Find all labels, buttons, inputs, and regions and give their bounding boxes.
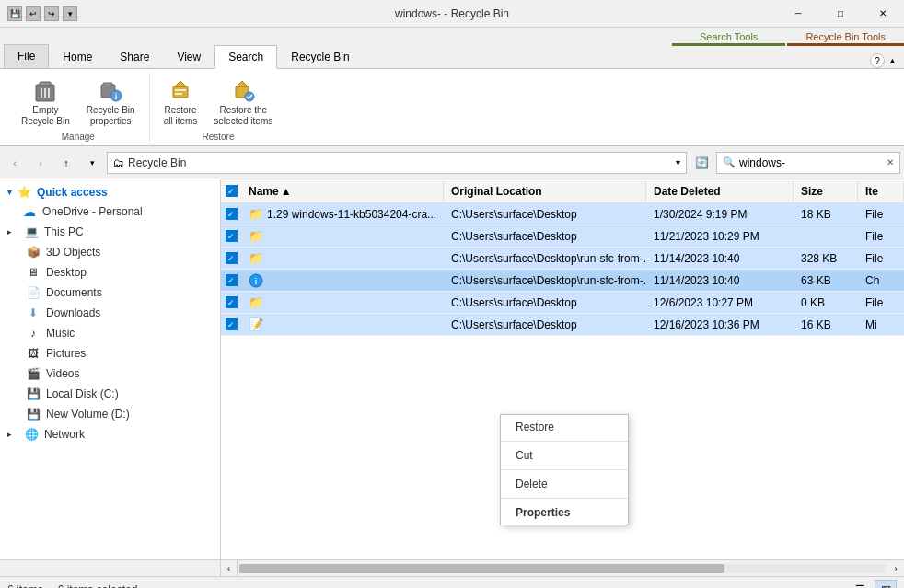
sidebar-item-pictures[interactable]: 🖼 Pictures bbox=[0, 343, 220, 363]
file-icon: 📁 bbox=[249, 295, 263, 310]
context-separator-2 bbox=[501, 469, 628, 470]
sidebar-item-network[interactable]: ▸ 🌐 Network bbox=[0, 424, 220, 444]
search-box[interactable]: 🔍 ✕ bbox=[716, 152, 900, 174]
svg-rect-6 bbox=[103, 83, 112, 86]
sidebar-label-this-pc: This PC bbox=[44, 225, 84, 238]
address-bar: ‹ › ↑ ▾ 🗂 Recycle Bin ▾ 🔄 🔍 ✕ bbox=[0, 146, 904, 179]
file-location-cell: C:\Users\surface\Desktop\run-sfc-from-..… bbox=[444, 272, 646, 289]
sidebar-label-local-disk: Local Disk (C:) bbox=[46, 387, 119, 400]
table-row[interactable]: ✓ 📝 C:\Users\surface\Desktop 12/16/2023 … bbox=[221, 314, 904, 336]
scroll-right-button[interactable]: › bbox=[887, 560, 904, 576]
file-name-cell: 📁 1.29 windows-11-kb5034204-cra... bbox=[241, 205, 444, 224]
ribbon-collapse[interactable]: ▲ bbox=[888, 56, 897, 65]
tab-share[interactable]: Share bbox=[106, 44, 163, 68]
file-location-cell: C:\Users\surface\Desktop\run-sfc-from-..… bbox=[444, 250, 646, 267]
tab-file[interactable]: File bbox=[4, 44, 49, 68]
file-size-cell: 16 KB bbox=[794, 317, 858, 333]
svg-marker-10 bbox=[175, 81, 186, 86]
row-checkbox[interactable]: ✓ bbox=[226, 274, 238, 286]
file-name-cell: 📁 bbox=[241, 249, 444, 268]
expand-icon-pc: ▸ bbox=[7, 227, 18, 236]
refresh-button[interactable]: 🔄 bbox=[690, 152, 713, 174]
desktop-icon: 🖥 bbox=[26, 265, 41, 280]
sidebar-item-videos[interactable]: 🎬 Videos bbox=[0, 363, 220, 384]
col-header-location[interactable]: Original Location bbox=[444, 181, 646, 202]
save-icon[interactable]: 💾 bbox=[7, 6, 22, 21]
table-row[interactable]: ✓ 📁 C:\Users\surface\Desktop 12/6/2023 1… bbox=[221, 292, 904, 314]
scroll-left-button[interactable]: ‹ bbox=[221, 560, 238, 576]
row-checkbox-cell: ✓ bbox=[221, 296, 241, 308]
back-button[interactable]: ‹ bbox=[4, 152, 26, 174]
detail-view-button[interactable]: ▦ bbox=[875, 580, 897, 589]
context-restore[interactable]: Restore bbox=[501, 415, 628, 439]
context-properties[interactable]: Properties bbox=[501, 501, 628, 525]
table-row[interactable]: ✓ 📁 1.29 windows-11-kb5034204-cra... C:\… bbox=[221, 203, 904, 225]
sidebar-item-new-volume[interactable]: 💾 New Volume (D:) bbox=[0, 404, 220, 424]
row-checkbox-cell: ✓ bbox=[221, 318, 241, 330]
sidebar-item-documents[interactable]: 📄 Documents bbox=[0, 282, 220, 303]
file-date-cell: 12/16/2023 10:36 PM bbox=[646, 317, 794, 333]
tab-view[interactable]: View bbox=[163, 44, 214, 68]
restore-all-button[interactable]: Restoreall items bbox=[157, 73, 204, 130]
row-checkbox[interactable]: ✓ bbox=[226, 208, 238, 220]
context-delete[interactable]: Delete bbox=[501, 472, 628, 496]
file-name-cell: 📁 bbox=[241, 227, 444, 246]
sidebar-item-local-disk[interactable]: 💾 Local Disk (C:) bbox=[0, 384, 220, 404]
up-button[interactable]: ↑ bbox=[55, 152, 77, 174]
maximize-button[interactable]: □ bbox=[819, 0, 862, 28]
table-row[interactable]: ✓ 📁 C:\Users\surface\Desktop 11/21/2023 … bbox=[221, 225, 904, 248]
restore-selected-button[interactable]: Restore theselected items bbox=[207, 73, 279, 130]
col-header-type[interactable]: Ite bbox=[858, 181, 904, 202]
scroll-thumb[interactable] bbox=[239, 564, 724, 573]
tab-home[interactable]: Home bbox=[49, 44, 106, 68]
sidebar-item-downloads[interactable]: ⬇ Downloads bbox=[0, 303, 220, 323]
tab-search[interactable]: Search bbox=[214, 45, 277, 69]
recycle-bin-properties-button[interactable]: i Recycle Binproperties bbox=[80, 73, 142, 130]
sidebar-item-onedrive[interactable]: ☁ OneDrive - Personal bbox=[0, 202, 220, 222]
minimize-button[interactable]: ─ bbox=[777, 0, 819, 28]
search-input[interactable] bbox=[739, 156, 883, 169]
table-row[interactable]: ✓ i C:\Users\surface\Desktop\run-sfc-fro… bbox=[221, 270, 904, 292]
col-header-name[interactable]: Name ▲ bbox=[241, 181, 444, 202]
sidebar-label-network: Network bbox=[44, 428, 85, 441]
address-box[interactable]: 🗂 Recycle Bin ▾ bbox=[107, 152, 687, 174]
col-header-size[interactable]: Size bbox=[794, 181, 858, 202]
row-checkbox[interactable]: ✓ bbox=[226, 318, 238, 330]
sidebar-label-new-volume: New Volume (D:) bbox=[46, 408, 130, 421]
sidebar-item-this-pc[interactable]: ▸ 💻 This PC bbox=[0, 222, 220, 242]
file-size-cell: 328 KB bbox=[794, 250, 858, 267]
file-icon: 📁 bbox=[249, 229, 263, 244]
header-checkbox-cell: ✓ bbox=[221, 185, 241, 197]
clear-search-icon[interactable]: ✕ bbox=[887, 157, 894, 167]
row-checkbox[interactable]: ✓ bbox=[226, 296, 238, 308]
recycle-bin-tools-tab-group[interactable]: Recycle Bin Tools bbox=[787, 31, 904, 46]
redo-icon[interactable]: ↪ bbox=[44, 6, 59, 21]
sidebar-label-onedrive: OneDrive - Personal bbox=[42, 205, 143, 218]
list-view-button[interactable]: ☰ bbox=[849, 580, 871, 589]
close-button[interactable]: ✕ bbox=[862, 0, 904, 28]
address-dropdown-icon[interactable]: ▾ bbox=[676, 157, 680, 167]
row-checkbox[interactable]: ✓ bbox=[226, 252, 238, 264]
header-checkbox[interactable]: ✓ bbox=[226, 185, 238, 197]
context-cut[interactable]: Cut bbox=[501, 444, 628, 467]
file-location-cell: C:\Users\surface\Desktop bbox=[444, 294, 646, 311]
forward-button[interactable]: › bbox=[29, 152, 52, 174]
dropdown-icon[interactable]: ▾ bbox=[63, 6, 77, 21]
search-tools-tab-group[interactable]: Search Tools bbox=[672, 31, 785, 46]
sidebar-item-desktop[interactable]: 🖥 Desktop bbox=[0, 262, 220, 282]
this-pc-icon: 💻 bbox=[24, 225, 39, 239]
manage-buttons: EmptyRecycle Bin i Recycle Binproperties bbox=[15, 73, 142, 130]
col-header-date[interactable]: Date Deleted bbox=[646, 181, 794, 202]
scroll-track[interactable] bbox=[239, 564, 886, 573]
sidebar-item-3d-objects[interactable]: 📦 3D Objects bbox=[0, 242, 220, 262]
empty-recycle-bin-button[interactable]: EmptyRecycle Bin bbox=[15, 73, 76, 130]
table-row[interactable]: ✓ 📁 C:\Users\surface\Desktop\run-sfc-fro… bbox=[221, 248, 904, 270]
undo-icon[interactable]: ↩ bbox=[26, 6, 41, 21]
sidebar-item-music[interactable]: ♪ Music bbox=[0, 323, 220, 343]
tab-recycle-bin[interactable]: Recycle Bin bbox=[277, 44, 363, 68]
row-checkbox[interactable]: ✓ bbox=[226, 230, 238, 242]
sidebar-quick-access[interactable]: ▾ ⭐ Quick access bbox=[0, 183, 220, 202]
expand-button[interactable]: ▾ bbox=[81, 152, 103, 174]
svg-rect-9 bbox=[173, 86, 188, 98]
help-button[interactable]: ? bbox=[870, 53, 885, 68]
